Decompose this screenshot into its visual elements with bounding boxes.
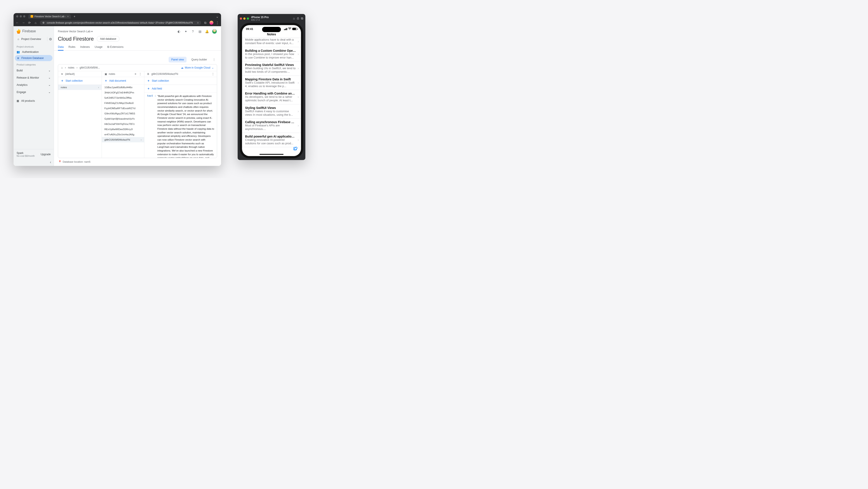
- start-subcollection-button[interactable]: ＋ Start collection: [144, 77, 217, 85]
- sidebar-group-release[interactable]: Release & Monitor⌄: [13, 74, 54, 81]
- tabs-overflow-button[interactable]: ⌄: [215, 14, 219, 18]
- tab-indexes[interactable]: Indexes: [80, 44, 90, 51]
- more-in-cloud-link[interactable]: ☁ More in Google Cloud ⌄: [181, 66, 214, 69]
- window-zoom-button[interactable]: [247, 18, 249, 20]
- note-cell[interactable]: Build powerful gen AI applications...Cre…: [242, 133, 301, 148]
- database-location-footer: 📍 Database location: nam5: [54, 158, 221, 165]
- document-item[interactable]: RExVp8wWlDeeS5RrryJl: [102, 127, 144, 132]
- account-avatar[interactable]: [212, 29, 217, 34]
- document-item[interactable]: gMrO1fliXM5f4lolwzFN: [102, 137, 144, 142]
- home-indicator[interactable]: [259, 154, 283, 155]
- tab-close-icon[interactable]: ×: [67, 15, 69, 18]
- new-tab-button[interactable]: +: [72, 14, 76, 18]
- column-menu-icon[interactable]: ⋮: [211, 72, 215, 75]
- notifications-icon[interactable]: 🔔: [205, 30, 209, 33]
- categories-label: Product categories: [13, 61, 54, 67]
- chevron-down-icon: ⌄: [48, 76, 51, 79]
- sparkle-icon[interactable]: ✦: [184, 30, 188, 33]
- filter-icon[interactable]: ≡: [134, 72, 137, 75]
- window-zoom-button[interactable]: [23, 15, 25, 18]
- sidebar-group-engage[interactable]: Engage⌄: [13, 89, 54, 96]
- notes-list[interactable]: Mobile applications have to deal with a …: [242, 38, 301, 147]
- back-button[interactable]: ←: [15, 21, 19, 25]
- tab-usage[interactable]: Usage: [95, 44, 102, 51]
- side-button: [303, 60, 304, 74]
- collection-item[interactable]: notes: [58, 85, 101, 90]
- chevron-right-icon: [298, 81, 299, 85]
- note-cell[interactable]: Calling asynchronous Firebase API...Most…: [242, 119, 301, 133]
- project-switcher[interactable]: Firestore Vector Search Lab ▾: [58, 30, 93, 33]
- tab-data[interactable]: Data: [58, 44, 64, 51]
- help-icon[interactable]: ?: [191, 30, 195, 33]
- sidebar-group-analytics[interactable]: Analytics⌄: [13, 81, 54, 89]
- sidebar-group-build[interactable]: Build⌄: [13, 67, 54, 74]
- firebase-logo[interactable]: Firebase: [13, 26, 54, 36]
- window-minimize-button[interactable]: [243, 18, 246, 20]
- collapse-sidebar-button[interactable]: [13, 159, 54, 166]
- home-button[interactable]: [34, 21, 37, 25]
- window-close-button[interactable]: [240, 18, 242, 20]
- document-item[interactable]: FyyHOM5aRFTdEvukRZYd: [102, 106, 144, 111]
- tab-rules[interactable]: Rules: [68, 44, 75, 51]
- note-cell[interactable]: Mobile applications have to deal with a …: [242, 38, 301, 47]
- external-display-icon[interactable]: ⧉: [301, 17, 303, 20]
- note-subtitle: When building UIs in SwiftUI, we tend to…: [245, 67, 297, 74]
- note-cell[interactable]: Error Handling with Combine and S...As d…: [242, 90, 301, 104]
- document-item[interactable]: 3HdrUrDFgS7eE4HRi2Pm: [102, 90, 144, 95]
- breadcrumb-home-icon[interactable]: [61, 66, 63, 69]
- upgrade-button[interactable]: Upgrade: [41, 153, 51, 156]
- note-title: Error Handling with Combine and S...: [245, 92, 297, 95]
- navigation-title: Notes: [242, 31, 301, 38]
- breadcrumb-doc[interactable]: gMrO1fliXM5f4l...: [80, 66, 100, 69]
- document-item[interactable]: 1GBsc1pw8Gdfd6uI446o: [102, 85, 144, 90]
- document-item[interactable]: HbOuUaPXtHYqSVucTB7z: [102, 121, 144, 127]
- macos-traffic-lights[interactable]: [15, 15, 25, 18]
- note-cell[interactable]: Previewing Stateful SwiftUI ViewsWhen bu…: [242, 61, 301, 76]
- note-cell[interactable]: Styling SwiftUI ViewsSwiftUI makes it ea…: [242, 104, 301, 119]
- site-settings-icon[interactable]: ⚙: [42, 21, 45, 24]
- address-bar[interactable]: ⚙ console.firebase.google.com/project/fi…: [40, 21, 201, 25]
- macos-traffic-lights[interactable]: [240, 18, 249, 20]
- document-item[interactable]: G9mXWzRgryZR7zt17M5S: [102, 111, 144, 116]
- document-item[interactable]: er47vA8XuZ6vUmHwJA8g: [102, 132, 144, 137]
- document-item[interactable]: GybbVqm9jHoaodmwVpYv: [102, 116, 144, 121]
- column-menu-icon[interactable]: ⋮: [138, 72, 142, 75]
- sidebar-item-authentication[interactable]: 👥 Authentication: [13, 49, 54, 55]
- breadcrumb-collection[interactable]: notes: [68, 66, 74, 69]
- browser-tab[interactable]: Firestore Vector Search Lab - ×: [28, 14, 71, 19]
- compose-button[interactable]: [293, 146, 298, 152]
- project-overview-link[interactable]: Project Overview: [16, 36, 46, 42]
- query-builder-button[interactable]: Query builder: [189, 57, 210, 62]
- add-database-button[interactable]: Add database: [97, 36, 120, 42]
- feedback-icon[interactable]: ▤: [198, 30, 202, 33]
- document-item[interactable]: 5zK34R271brWt3zZffNa: [102, 95, 144, 100]
- add-field-button[interactable]: ＋ Add field: [144, 85, 217, 93]
- document-icon: 🗎: [147, 72, 150, 75]
- profile-avatar-icon[interactable]: [210, 21, 213, 25]
- panel-view-button[interactable]: Panel view: [168, 57, 187, 62]
- chrome-menu-icon[interactable]: ⋮: [216, 21, 219, 25]
- reload-button[interactable]: ⟳: [28, 21, 31, 25]
- toolbar-menu-icon[interactable]: ⋮: [212, 58, 216, 61]
- project-settings-icon[interactable]: ⚙: [47, 37, 52, 41]
- window-close-button[interactable]: [16, 15, 18, 18]
- note-subtitle: Most of Firebase's APIs are asynchronous…: [245, 124, 297, 131]
- bookmark-icon[interactable]: ☆: [197, 22, 199, 24]
- chevron-right-icon: [298, 39, 299, 43]
- note-cell[interactable]: Mapping Firestore Data in SwiftSwift's C…: [242, 76, 301, 90]
- sidebar-item-firestore[interactable]: ≣ Firestore Database: [15, 55, 53, 61]
- theme-icon[interactable]: ◐: [177, 30, 181, 33]
- tab-extensions[interactable]: ⧉Extensions: [107, 44, 123, 51]
- home-icon[interactable]: ⌂: [293, 17, 295, 20]
- add-document-button[interactable]: ＋ Add document: [102, 77, 144, 85]
- document-item[interactable]: F4h8OdqZ1UMqz23xAto0: [102, 100, 144, 106]
- screenshot-icon[interactable]: ⎙: [297, 17, 299, 20]
- field-row[interactable]: text : "Build powerful gen AI applicatio…: [147, 93, 214, 158]
- extensions-icon[interactable]: ⧉: [203, 21, 207, 25]
- window-minimize-button[interactable]: [20, 15, 22, 18]
- note-cell[interactable]: Building a Custom Combine Operat...In th…: [242, 47, 301, 62]
- tab-title: Firestore Vector Search Lab -: [34, 15, 66, 18]
- sidebar-all-products[interactable]: ▦ All products: [13, 98, 54, 104]
- start-collection-button[interactable]: ＋ Start collection: [58, 77, 101, 85]
- forward-button[interactable]: →: [22, 21, 25, 25]
